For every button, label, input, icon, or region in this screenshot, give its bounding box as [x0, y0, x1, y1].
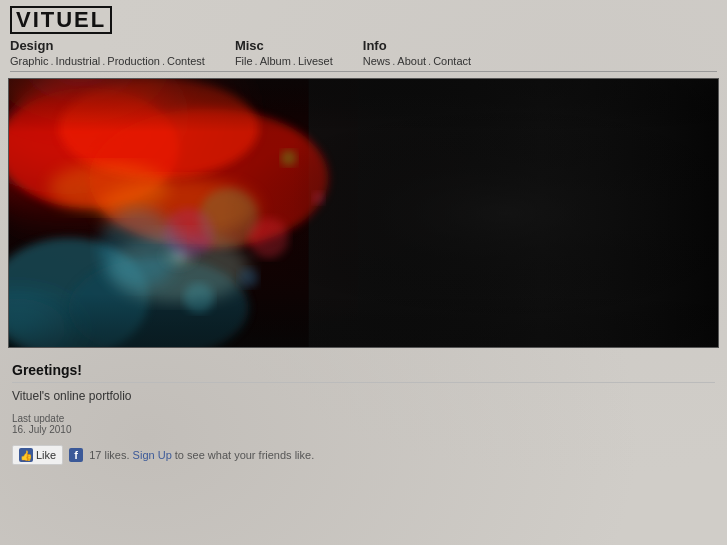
nav-section-info: Info News . About . Contact — [363, 38, 471, 67]
facebook-section: 👍 Like f 17 likes. Sign Up to see what y… — [12, 445, 715, 465]
banner-area — [8, 78, 719, 348]
nav-link-graphic[interactable]: Graphic — [10, 55, 49, 67]
last-update-label: Last update — [12, 413, 715, 424]
nav-title-info: Info — [363, 38, 471, 53]
nav-section-design: Design Graphic . Industrial . Production… — [10, 38, 205, 67]
banner-artwork — [9, 79, 718, 347]
nav-link-album[interactable]: Album — [260, 55, 291, 67]
nav-title-design: Design — [10, 38, 205, 53]
site-logo[interactable]: VITUEL — [10, 6, 112, 34]
nav-bar: Design Graphic . Industrial . Production… — [10, 38, 717, 72]
nav-section-misc: Misc File . Album . Liveset — [235, 38, 333, 67]
fb-signup-link[interactable]: Sign Up — [133, 449, 172, 461]
greetings-title: Greetings! — [12, 362, 715, 383]
nav-link-liveset[interactable]: Liveset — [298, 55, 333, 67]
site-header: VITUEL Design Graphic . Industrial . Pro… — [0, 0, 727, 72]
content-area: Greetings! Vituel's online portfolio Las… — [0, 354, 727, 473]
nav-link-news[interactable]: News — [363, 55, 391, 67]
nav-links-info: News . About . Contact — [363, 55, 471, 67]
logo-text: VITUEL — [10, 6, 112, 34]
portfolio-tagline: Vituel's online portfolio — [12, 389, 715, 403]
last-update-date: 16. July 2010 — [12, 424, 715, 435]
nav-links-misc: File . Album . Liveset — [235, 55, 333, 67]
nav-links-design: Graphic . Industrial . Production . Cont… — [10, 55, 205, 67]
nav-title-misc: Misc — [235, 38, 333, 53]
fb-like-label: Like — [36, 449, 56, 461]
fb-count-text: 17 likes. Sign Up to see what your frien… — [89, 449, 314, 461]
nav-link-industrial[interactable]: Industrial — [56, 55, 101, 67]
fb-like-button[interactable]: 👍 Like — [12, 445, 63, 465]
banner-canvas — [9, 79, 718, 347]
fb-logo-icon: f — [69, 448, 83, 462]
nav-link-file[interactable]: File — [235, 55, 253, 67]
fb-thumb-icon: 👍 — [19, 448, 33, 462]
nav-link-production[interactable]: Production — [107, 55, 160, 67]
svg-rect-25 — [9, 79, 718, 347]
nav-link-contact[interactable]: Contact — [433, 55, 471, 67]
nav-link-about[interactable]: About — [397, 55, 426, 67]
nav-link-contest[interactable]: Contest — [167, 55, 205, 67]
